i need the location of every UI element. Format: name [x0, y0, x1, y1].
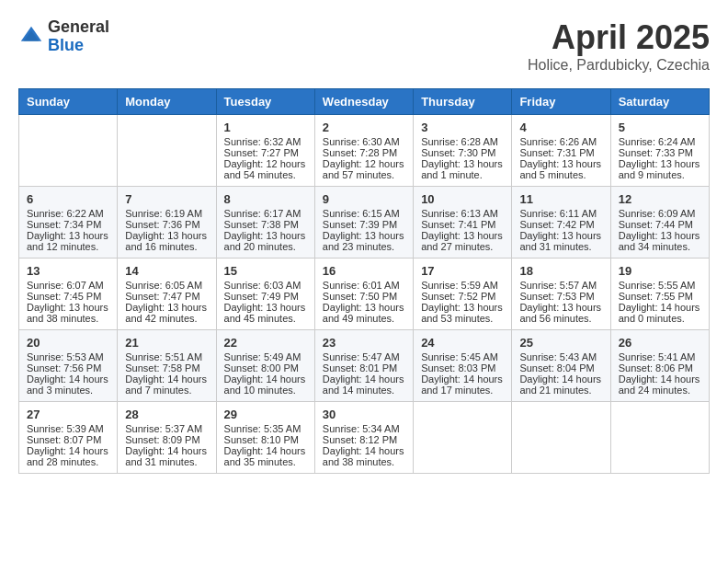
day-number: 5: [619, 121, 701, 134]
day-number: 15: [224, 264, 307, 278]
day-number: 10: [421, 192, 504, 206]
day-number: 26: [619, 336, 701, 350]
day-info-line: Sunset: 7:53 PM: [519, 291, 602, 302]
day-info-line: Daylight: 13 hours: [619, 230, 701, 241]
day-info-line: Sunrise: 6:05 AM: [125, 280, 208, 291]
calendar-cell: 16Sunrise: 6:01 AMSunset: 7:50 PMDayligh…: [314, 259, 413, 330]
day-info-line: and 9 minutes.: [619, 169, 701, 180]
logo-blue: Blue: [48, 37, 109, 55]
day-info-line: and 38 minutes.: [27, 313, 109, 324]
day-number: 17: [421, 264, 504, 278]
day-info-line: Sunrise: 5:37 AM: [125, 423, 208, 434]
day-info-line: Sunrise: 6:15 AM: [323, 208, 405, 219]
day-info-line: Sunset: 7:42 PM: [519, 219, 602, 230]
day-info-line: Daylight: 14 hours: [224, 373, 307, 385]
calendar-cell: 4Sunrise: 6:26 AMSunset: 7:31 PMDaylight…: [512, 115, 610, 187]
day-info-line: Daylight: 14 hours: [27, 373, 109, 385]
day-info-line: Daylight: 12 hours: [224, 158, 307, 169]
day-number: 7: [125, 192, 208, 206]
location: Holice, Pardubicky, Czechia: [528, 57, 710, 74]
day-number: 30: [323, 408, 405, 421]
day-info-line: Sunrise: 5:45 AM: [421, 351, 504, 362]
calendar-cell: 6Sunrise: 6:22 AMSunset: 7:34 PMDaylight…: [19, 187, 118, 259]
calendar-header-row: SundayMondayTuesdayWednesdayThursdayFrid…: [19, 89, 710, 115]
day-info-line: Daylight: 14 hours: [323, 445, 405, 456]
day-info-line: Sunrise: 6:26 AM: [519, 136, 602, 147]
day-info-line: Sunset: 7:49 PM: [224, 291, 307, 302]
day-info-line: Sunrise: 6:17 AM: [224, 208, 307, 219]
day-info-line: Sunset: 8:07 PM: [27, 434, 109, 445]
day-info-line: and 42 minutes.: [125, 313, 208, 324]
day-number: 22: [224, 336, 307, 350]
day-info-line: and 5 minutes.: [519, 169, 602, 180]
day-number: 9: [323, 192, 405, 206]
calendar-cell: [512, 402, 610, 474]
day-info-line: Sunrise: 5:41 AM: [619, 351, 701, 362]
day-info-line: Sunset: 7:30 PM: [421, 147, 504, 158]
day-info-line: Sunset: 7:27 PM: [224, 147, 307, 158]
day-info-line: Daylight: 13 hours: [519, 230, 602, 241]
day-info-line: and 49 minutes.: [323, 313, 405, 324]
day-info-line: Daylight: 14 hours: [519, 373, 602, 385]
calendar-cell: 5Sunrise: 6:24 AMSunset: 7:33 PMDaylight…: [610, 115, 709, 187]
calendar-cell: 22Sunrise: 5:49 AMSunset: 8:00 PMDayligh…: [216, 330, 314, 402]
day-info-line: Sunrise: 6:01 AM: [323, 280, 405, 291]
logo-general: General: [48, 18, 109, 37]
day-number: 1: [224, 121, 307, 134]
day-number: 21: [125, 336, 208, 350]
day-info-line: Sunset: 7:47 PM: [125, 291, 208, 302]
day-number: 6: [27, 192, 109, 206]
day-info-line: Daylight: 14 hours: [421, 373, 504, 385]
day-info-line: and 23 minutes.: [323, 241, 405, 252]
day-info-line: Sunrise: 5:59 AM: [421, 280, 504, 291]
day-info-line: Daylight: 14 hours: [125, 373, 208, 385]
day-info-line: Sunset: 8:01 PM: [323, 362, 405, 373]
day-info-line: Sunrise: 5:49 AM: [224, 351, 307, 362]
day-info-line: Sunset: 7:58 PM: [125, 362, 208, 373]
day-number: 18: [519, 264, 602, 278]
weekday-header: Sunday: [19, 89, 118, 115]
day-info-line: Sunset: 7:55 PM: [619, 291, 701, 302]
day-info-line: Sunset: 7:31 PM: [519, 147, 602, 158]
day-info-line: Daylight: 13 hours: [323, 230, 405, 241]
day-info-line: and 34 minutes.: [619, 241, 701, 252]
logo: General Blue: [18, 18, 109, 55]
calendar-cell: 24Sunrise: 5:45 AMSunset: 8:03 PMDayligh…: [414, 330, 512, 402]
day-info-line: Sunset: 8:04 PM: [519, 362, 602, 373]
day-info-line: Daylight: 14 hours: [27, 445, 109, 456]
calendar-cell: [414, 402, 512, 474]
calendar-cell: 17Sunrise: 5:59 AMSunset: 7:52 PMDayligh…: [414, 259, 512, 330]
day-info-line: Sunrise: 6:22 AM: [27, 208, 109, 219]
calendar-week-row: 27Sunrise: 5:39 AMSunset: 8:07 PMDayligh…: [19, 402, 710, 474]
day-info-line: and 17 minutes.: [421, 385, 504, 396]
day-info-line: Sunrise: 6:28 AM: [421, 136, 504, 147]
day-number: 11: [519, 192, 602, 206]
day-number: 20: [27, 336, 109, 350]
calendar-cell: 29Sunrise: 5:35 AMSunset: 8:10 PMDayligh…: [216, 402, 314, 474]
calendar-week-row: 13Sunrise: 6:07 AMSunset: 7:45 PMDayligh…: [19, 259, 710, 330]
day-info-line: and 7 minutes.: [125, 385, 208, 396]
day-info-line: Sunrise: 5:51 AM: [125, 351, 208, 362]
day-info-line: Sunset: 7:36 PM: [125, 219, 208, 230]
day-info-line: and 24 minutes.: [619, 385, 701, 396]
calendar-cell: 7Sunrise: 6:19 AMSunset: 7:36 PMDaylight…: [118, 187, 216, 259]
day-info-line: and 12 minutes.: [27, 241, 109, 252]
day-info-line: Sunset: 7:33 PM: [619, 147, 701, 158]
calendar-cell: 20Sunrise: 5:53 AMSunset: 7:56 PMDayligh…: [19, 330, 118, 402]
day-info-line: Sunset: 8:09 PM: [125, 434, 208, 445]
day-info-line: and 31 minutes.: [125, 456, 208, 467]
day-info-line: and 57 minutes.: [323, 169, 405, 180]
calendar-cell: 2Sunrise: 6:30 AMSunset: 7:28 PMDaylight…: [314, 115, 413, 187]
day-info-line: Sunrise: 6:13 AM: [421, 208, 504, 219]
day-info-line: Sunset: 8:12 PM: [323, 434, 405, 445]
day-info-line: and 35 minutes.: [224, 456, 307, 467]
title-block: April 2025 Holice, Pardubicky, Czechia: [528, 18, 710, 74]
calendar-cell: 1Sunrise: 6:32 AMSunset: 7:27 PMDaylight…: [216, 115, 314, 187]
day-info-line: Sunrise: 5:43 AM: [519, 351, 602, 362]
calendar-cell: 14Sunrise: 6:05 AMSunset: 7:47 PMDayligh…: [118, 259, 216, 330]
weekday-header: Friday: [512, 89, 610, 115]
calendar-cell: 26Sunrise: 5:41 AMSunset: 8:06 PMDayligh…: [610, 330, 709, 402]
day-info-line: Daylight: 13 hours: [224, 230, 307, 241]
day-info-line: and 27 minutes.: [421, 241, 504, 252]
day-info-line: Daylight: 14 hours: [619, 373, 701, 385]
